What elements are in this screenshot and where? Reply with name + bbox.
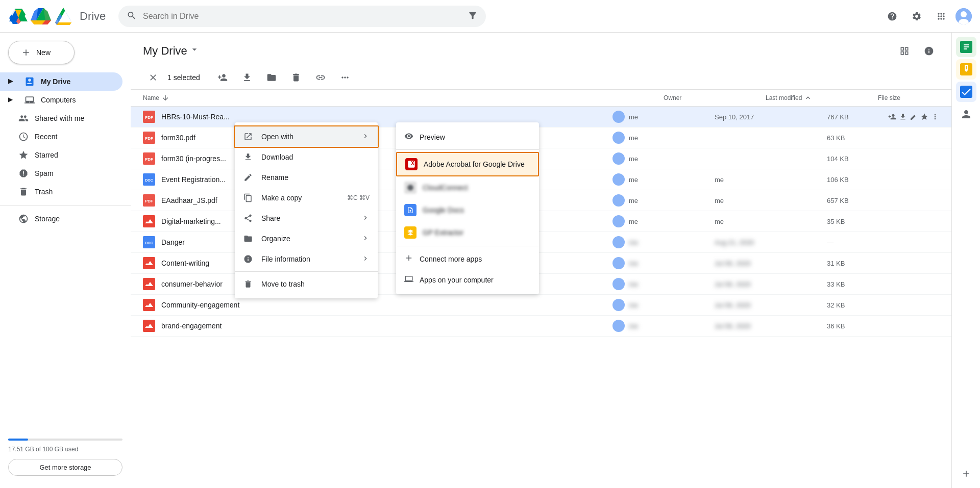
more-row-btn[interactable] [888,256,902,270]
sidebar-item-spam[interactable]: Spam [0,164,122,183]
context-menu-share[interactable]: Share [235,208,378,228]
get-link-button[interactable] [310,69,331,86]
edit-row-btn[interactable] [910,110,918,124]
owner-avatar [612,111,625,123]
more-row-btn[interactable] [888,235,902,249]
breadcrumb-dropdown-icon[interactable] [189,44,200,58]
submenu-adobe[interactable]: Adobe Acrobat for Google Drive [396,152,539,176]
context-menu-trash[interactable]: Move to trash [235,274,378,294]
sidebar-item-recent[interactable]: Recent [0,127,122,146]
sidebar-item-trash[interactable]: Trash [0,183,122,201]
submenu-gp-extractor[interactable]: GP Extractor [396,221,539,244]
sidebar-item-starred[interactable]: Starred [0,146,122,164]
breadcrumb: My Drive [143,44,200,58]
svg-text:DOC: DOC [145,178,153,182]
move-button[interactable] [261,69,282,86]
search-input[interactable] [118,6,486,27]
file-name: Community-engagement [161,301,612,309]
new-button[interactable]: New [8,41,75,64]
info-button[interactable] [919,41,939,61]
owner-name: me [629,322,638,330]
file-type-icon: PDF [143,111,155,123]
file-owner: me [612,173,715,186]
search-icon [127,10,137,22]
more-row-btn[interactable] [888,193,902,208]
file-modified-cell: me [715,176,827,184]
context-menu-download[interactable]: Download [235,147,378,167]
context-menu-copy[interactable]: Make a copy ⌘C ⌘V [235,188,378,208]
share-label: Share [261,214,280,222]
right-panel-keep-icon[interactable] [956,59,976,80]
col-name-header[interactable]: Name [143,94,664,102]
more-row-btn[interactable] [888,319,902,333]
download-row-btn[interactable] [899,110,908,124]
submenu-cloudconnect[interactable]: CloudConnect [396,176,539,199]
recent-icon [18,132,29,142]
owner-avatar [612,132,625,144]
more-row-btn[interactable] [930,110,939,124]
more-row-btn[interactable] [888,277,902,291]
move-trash-label: Move to trash [261,280,305,288]
file-size: 104 KB [827,155,888,163]
drive-logo [53,8,74,25]
more-row-btn[interactable] [888,214,902,228]
sidebar-item-storage[interactable]: Storage [0,210,122,228]
right-panel-sheets-icon[interactable] [956,37,976,57]
delete-toolbar-button[interactable] [286,69,306,86]
more-toolbar-button[interactable] [335,69,355,86]
more-row-btn[interactable] [888,298,902,312]
more-row-btn[interactable] [888,131,902,145]
clear-selection-button[interactable] [143,69,163,86]
file-name: Digital-marketing... [161,217,612,225]
storage-icon [18,214,29,224]
right-panel-add[interactable] [956,464,976,484]
svg-text:DOC: DOC [145,241,153,245]
share-icon [243,213,253,223]
submenu-apps-computer[interactable]: Apps on your computer [396,269,539,290]
file-info-arrow-icon [361,254,370,264]
right-panel-add-icon[interactable] [956,464,976,484]
more-row-btn[interactable] [888,151,902,166]
file-modified: me [715,176,724,184]
file-modified: Jul 06, 2020 [715,260,751,267]
file-type-icon [143,299,155,311]
right-panel-contacts-icon[interactable] [956,104,976,124]
context-menu-file-info[interactable]: File information [235,249,378,269]
share-row-btn[interactable] [888,110,897,124]
grid-view-button[interactable] [894,41,915,61]
right-panel-tasks-icon[interactable] [956,82,976,102]
submenu-preview[interactable]: Preview [396,126,539,147]
col-modified-header[interactable]: Last modified [766,94,878,102]
submenu-connect-apps[interactable]: Connect more apps [396,248,539,269]
submenu-google-docs[interactable]: Google Docs [396,199,539,221]
sidebar-item-label-spam: Spam [35,169,54,177]
sidebar-divider [0,205,131,206]
context-menu-rename[interactable]: Rename [235,167,378,188]
context-menu-open-with[interactable]: Open with [234,125,379,148]
sidebar-item-shared[interactable]: Shared with me [0,109,122,127]
add-people-button[interactable] [212,69,233,86]
svg-point-2 [961,11,967,17]
storage-section: 17.51 GB of 100 GB used Get more storage [0,426,131,484]
settings-button[interactable] [906,6,927,27]
search-filter-icon[interactable] [468,10,478,22]
star-row-btn[interactable] [920,110,928,124]
help-button[interactable] [882,6,902,27]
get-storage-button[interactable]: Get more storage [8,459,122,476]
sidebar-item-computers[interactable]: ▶ Computers [0,91,122,109]
svg-text:PDF: PDF [145,136,153,141]
owner-avatar [612,257,625,269]
spam-icon [18,168,29,178]
context-menu-organize[interactable]: Organize [235,228,378,249]
more-row-btn[interactable] [888,172,902,187]
user-avatar[interactable] [955,8,972,24]
file-modified-cell: me [715,197,827,204]
starred-icon [18,150,29,160]
file-owner: me [612,299,715,311]
download-toolbar-button[interactable] [237,69,257,86]
col-owner-label: Owner [664,94,681,101]
apps-button[interactable] [931,6,951,27]
sidebar-item-my-drive[interactable]: ▶ My Drive [0,72,122,91]
file-row[interactable]: brand-engagement me Jul 06, 2020 36 KB [131,316,951,337]
file-size: 31 KB [827,260,888,267]
